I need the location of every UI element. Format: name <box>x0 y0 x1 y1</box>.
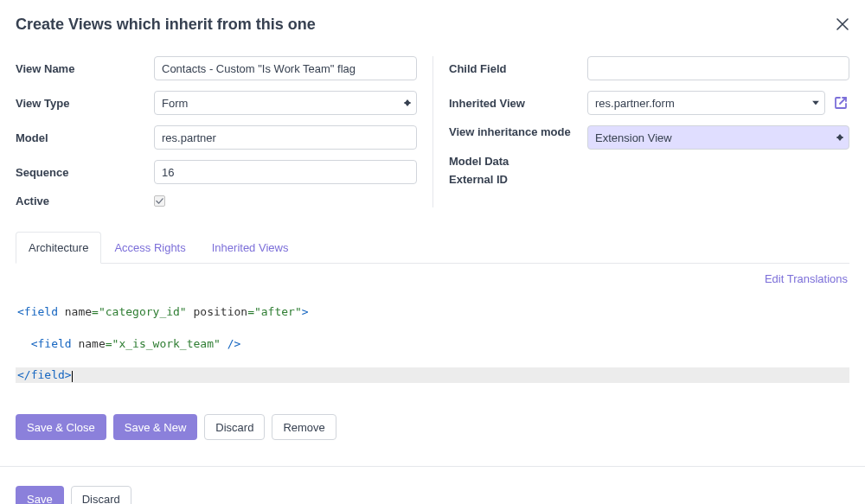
tab-access-rights[interactable]: Access Rights <box>101 232 198 264</box>
view-type-value: Form <box>162 97 397 110</box>
child-field-input[interactable] <box>587 56 849 80</box>
active-checkbox[interactable] <box>154 195 165 207</box>
save-button[interactable]: Save <box>16 486 64 504</box>
chevron-down-icon <box>812 101 819 105</box>
save-new-button[interactable]: Save & New <box>113 414 198 440</box>
sequence-input[interactable] <box>154 160 417 184</box>
xml-code-editor[interactable]: <field name="category_id" position="afte… <box>16 289 849 399</box>
child-field-label: Child Field <box>449 62 587 75</box>
inherited-view-label: Inherited View <box>449 97 587 110</box>
external-link-icon[interactable] <box>832 93 849 112</box>
tab-bar: Architecture Access Rights Inherited Vie… <box>16 232 849 264</box>
inheritance-mode-value: Extension View <box>595 131 830 144</box>
view-name-input[interactable] <box>154 56 417 80</box>
inheritance-mode-label: View inheritance mode <box>449 125 587 138</box>
save-close-button[interactable]: Save & Close <box>16 414 106 440</box>
view-name-label: View Name <box>16 62 154 75</box>
inherited-view-select[interactable]: res.partner.form <box>587 91 825 115</box>
dialog-title: Create Views which inherit from this one <box>16 16 316 34</box>
edit-translations-link[interactable]: Edit Translations <box>765 272 848 285</box>
remove-button[interactable]: Remove <box>272 414 336 440</box>
view-type-label: View Type <box>16 97 154 110</box>
external-id-label: External ID <box>449 173 587 186</box>
chevron-updown-icon <box>836 134 843 141</box>
active-label: Active <box>16 195 154 207</box>
view-type-select[interactable]: Form <box>154 91 417 115</box>
footer-discard-button[interactable]: Discard <box>71 486 131 504</box>
model-label: Model <box>16 131 154 144</box>
check-icon <box>156 197 163 205</box>
sequence-label: Sequence <box>16 166 154 179</box>
inherited-view-value: res.partner.form <box>595 97 805 110</box>
chevron-updown-icon <box>404 99 411 106</box>
model-data-label: Model Data <box>449 155 587 168</box>
inheritance-mode-select[interactable]: Extension View <box>587 125 849 150</box>
tab-architecture[interactable]: Architecture <box>16 232 101 264</box>
text-cursor <box>72 371 73 382</box>
tab-inherited-views[interactable]: Inherited Views <box>199 232 302 264</box>
discard-button[interactable]: Discard <box>204 414 265 440</box>
model-input[interactable] <box>154 125 417 150</box>
close-icon[interactable] <box>836 16 849 34</box>
